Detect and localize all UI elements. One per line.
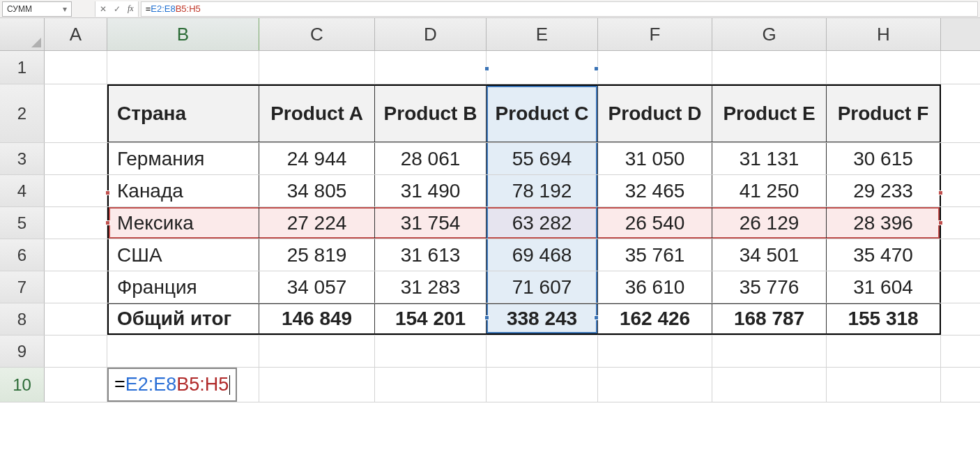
cell-D7[interactable]: 31 283 [375, 271, 487, 303]
row-header-4[interactable]: 4 [0, 175, 45, 206]
cell-F8[interactable]: 162 426 [598, 303, 712, 335]
cell-G9[interactable] [712, 335, 827, 367]
range-handle-blue[interactable] [484, 315, 489, 320]
cell-E8[interactable]: 338 243 [487, 303, 598, 335]
cell-B10[interactable]: =E2:E8 B5:H5 [107, 368, 259, 402]
cell-F7[interactable]: 36 610 [598, 271, 712, 303]
cell-H3[interactable]: 30 615 [827, 143, 941, 174]
row-header-7[interactable]: 7 [0, 271, 45, 303]
enter-icon[interactable]: ✓ [114, 4, 121, 14]
editing-formula-cell[interactable]: =E2:E8 B5:H5 [107, 368, 237, 402]
cell-F2[interactable]: Product D [598, 84, 712, 142]
cell-G8[interactable]: 168 787 [712, 303, 827, 335]
cell-H9[interactable] [827, 335, 941, 367]
cell-B7[interactable]: Франция [107, 271, 259, 303]
cell-A2[interactable] [45, 84, 107, 142]
cell-E1[interactable] [487, 51, 598, 84]
cell-B2[interactable]: Страна [107, 84, 259, 142]
cell-H1[interactable] [827, 51, 941, 84]
range-handle-blue[interactable] [484, 66, 489, 71]
range-handle-red[interactable] [938, 190, 943, 195]
row-header-5[interactable]: 5 [0, 207, 45, 239]
cell-F10[interactable] [598, 368, 712, 402]
select-all-corner[interactable] [0, 18, 45, 50]
cell-B9[interactable] [107, 335, 259, 367]
cell-B3[interactable]: Германия [107, 143, 259, 174]
cell-G6[interactable]: 34 501 [712, 239, 827, 271]
cell-H7[interactable]: 31 604 [827, 271, 941, 303]
cell-B8[interactable]: Общий итог [107, 303, 259, 335]
cell-E3[interactable]: 55 694 [487, 143, 598, 174]
cell-E7[interactable]: 71 607 [487, 271, 598, 303]
row-header-8[interactable]: 8 [0, 303, 45, 335]
cell-D4[interactable]: 31 490 [375, 175, 487, 206]
col-header-D[interactable]: D [375, 18, 487, 50]
cell-G1[interactable] [712, 51, 827, 84]
cell-G3[interactable]: 31 131 [712, 143, 827, 174]
col-header-F[interactable]: F [598, 18, 712, 50]
cell-C10[interactable] [259, 368, 375, 402]
cell-F3[interactable]: 31 050 [598, 143, 712, 174]
cell-C1[interactable] [259, 51, 375, 84]
cell-A10[interactable] [45, 368, 107, 402]
cell-G2[interactable]: Product E [712, 84, 827, 142]
row-header-10[interactable]: 10 [0, 368, 45, 402]
range-handle-red[interactable] [938, 220, 943, 225]
cell-A9[interactable] [45, 335, 107, 367]
formula-input[interactable]: =E2:E8 B5:H5 [141, 1, 978, 17]
cell-F1[interactable] [598, 51, 712, 84]
cell-G4[interactable]: 41 250 [712, 175, 827, 206]
cell-B5[interactable]: Мексика [107, 207, 259, 239]
cell-G10[interactable] [712, 368, 827, 402]
cell-A3[interactable] [45, 143, 107, 174]
spreadsheet-grid[interactable]: A B C D E F G H 1 2 Страна Product A Pro… [0, 18, 980, 402]
cell-A1[interactable] [45, 51, 107, 84]
cell-F4[interactable]: 32 465 [598, 175, 712, 206]
col-header-G[interactable]: G [712, 18, 827, 50]
fx-icon[interactable]: fx [128, 3, 134, 14]
cell-A7[interactable] [45, 271, 107, 303]
cell-B6[interactable]: США [107, 239, 259, 271]
cell-D2[interactable]: Product B [375, 84, 487, 142]
cell-H10[interactable] [827, 368, 941, 402]
cell-B1[interactable] [107, 51, 259, 84]
col-header-H[interactable]: H [827, 18, 941, 50]
cell-C5[interactable]: 27 224 [259, 207, 375, 239]
cell-C7[interactable]: 34 057 [259, 271, 375, 303]
cell-A8[interactable] [45, 303, 107, 335]
cell-E10[interactable] [487, 368, 598, 402]
cell-C3[interactable]: 24 944 [259, 143, 375, 174]
cell-G5[interactable]: 26 129 [712, 207, 827, 239]
cell-A5[interactable] [45, 207, 107, 239]
cell-D5[interactable]: 31 754 [375, 207, 487, 239]
col-header-C[interactable]: C [259, 18, 375, 50]
cell-E2[interactable]: Product C [487, 84, 598, 142]
row-header-1[interactable]: 1 [0, 51, 45, 84]
cell-E4[interactable]: 78 192 [487, 175, 598, 206]
col-header-A[interactable]: A [45, 18, 107, 50]
dropdown-icon[interactable]: ▾ [60, 4, 70, 14]
cell-A4[interactable] [45, 175, 107, 206]
cell-D10[interactable] [375, 368, 487, 402]
range-handle-blue[interactable] [594, 315, 599, 320]
cell-C8[interactable]: 146 849 [259, 303, 375, 335]
row-header-3[interactable]: 3 [0, 143, 45, 174]
cell-E9[interactable] [487, 335, 598, 367]
cell-D8[interactable]: 154 201 [375, 303, 487, 335]
cell-E6[interactable]: 69 468 [487, 239, 598, 271]
cell-D3[interactable]: 28 061 [375, 143, 487, 174]
name-box[interactable]: СУММ ▾ [2, 1, 72, 17]
range-handle-blue[interactable] [594, 66, 599, 71]
range-handle-red[interactable] [105, 220, 110, 225]
cell-G7[interactable]: 35 776 [712, 271, 827, 303]
cell-F9[interactable] [598, 335, 712, 367]
cell-H5[interactable]: 28 396 [827, 207, 941, 239]
cell-D1[interactable] [375, 51, 487, 84]
cell-H8[interactable]: 155 318 [827, 303, 941, 335]
row-header-6[interactable]: 6 [0, 239, 45, 271]
cell-C2[interactable]: Product A [259, 84, 375, 142]
cell-E5[interactable]: 63 282 [487, 207, 598, 239]
cell-F5[interactable]: 26 540 [598, 207, 712, 239]
cell-C4[interactable]: 34 805 [259, 175, 375, 206]
cell-A6[interactable] [45, 239, 107, 271]
